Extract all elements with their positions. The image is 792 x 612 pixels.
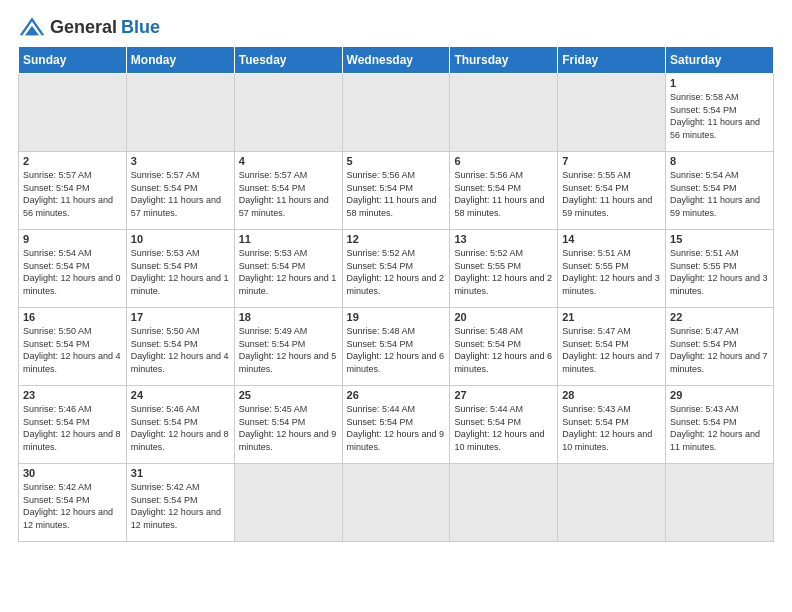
day-number: 10 bbox=[131, 233, 230, 245]
day-cell bbox=[666, 464, 774, 542]
day-info: Sunrise: 5:56 AMSunset: 5:54 PMDaylight:… bbox=[347, 169, 446, 219]
weekday-header-saturday: Saturday bbox=[666, 47, 774, 74]
day-info: Sunrise: 5:45 AMSunset: 5:54 PMDaylight:… bbox=[239, 403, 338, 453]
week-row-5: 23Sunrise: 5:46 AMSunset: 5:54 PMDayligh… bbox=[19, 386, 774, 464]
week-row-2: 2Sunrise: 5:57 AMSunset: 5:54 PMDaylight… bbox=[19, 152, 774, 230]
day-number: 5 bbox=[347, 155, 446, 167]
day-cell bbox=[126, 74, 234, 152]
day-info: Sunrise: 5:44 AMSunset: 5:54 PMDaylight:… bbox=[347, 403, 446, 453]
day-number: 24 bbox=[131, 389, 230, 401]
day-number: 31 bbox=[131, 467, 230, 479]
day-number: 3 bbox=[131, 155, 230, 167]
header: General Blue bbox=[18, 16, 774, 38]
day-info: Sunrise: 5:55 AMSunset: 5:54 PMDaylight:… bbox=[562, 169, 661, 219]
weekday-header-wednesday: Wednesday bbox=[342, 47, 450, 74]
day-cell: 6Sunrise: 5:56 AMSunset: 5:54 PMDaylight… bbox=[450, 152, 558, 230]
day-cell: 23Sunrise: 5:46 AMSunset: 5:54 PMDayligh… bbox=[19, 386, 127, 464]
logo: General Blue bbox=[18, 16, 160, 38]
weekday-header-row: SundayMondayTuesdayWednesdayThursdayFrid… bbox=[19, 47, 774, 74]
day-number: 1 bbox=[670, 77, 769, 89]
day-info: Sunrise: 5:48 AMSunset: 5:54 PMDaylight:… bbox=[454, 325, 553, 375]
day-info: Sunrise: 5:57 AMSunset: 5:54 PMDaylight:… bbox=[239, 169, 338, 219]
day-cell: 19Sunrise: 5:48 AMSunset: 5:54 PMDayligh… bbox=[342, 308, 450, 386]
day-cell: 30Sunrise: 5:42 AMSunset: 5:54 PMDayligh… bbox=[19, 464, 127, 542]
week-row-3: 9Sunrise: 5:54 AMSunset: 5:54 PMDaylight… bbox=[19, 230, 774, 308]
day-number: 19 bbox=[347, 311, 446, 323]
day-info: Sunrise: 5:42 AMSunset: 5:54 PMDaylight:… bbox=[23, 481, 122, 531]
day-cell: 11Sunrise: 5:53 AMSunset: 5:54 PMDayligh… bbox=[234, 230, 342, 308]
week-row-4: 16Sunrise: 5:50 AMSunset: 5:54 PMDayligh… bbox=[19, 308, 774, 386]
logo-icon bbox=[18, 16, 46, 38]
day-number: 12 bbox=[347, 233, 446, 245]
day-cell: 27Sunrise: 5:44 AMSunset: 5:54 PMDayligh… bbox=[450, 386, 558, 464]
day-info: Sunrise: 5:51 AMSunset: 5:55 PMDaylight:… bbox=[670, 247, 769, 297]
day-cell: 17Sunrise: 5:50 AMSunset: 5:54 PMDayligh… bbox=[126, 308, 234, 386]
day-info: Sunrise: 5:44 AMSunset: 5:54 PMDaylight:… bbox=[454, 403, 553, 453]
day-cell bbox=[234, 74, 342, 152]
week-row-1: 1Sunrise: 5:58 AMSunset: 5:54 PMDaylight… bbox=[19, 74, 774, 152]
day-cell: 4Sunrise: 5:57 AMSunset: 5:54 PMDaylight… bbox=[234, 152, 342, 230]
day-cell: 15Sunrise: 5:51 AMSunset: 5:55 PMDayligh… bbox=[666, 230, 774, 308]
day-cell bbox=[234, 464, 342, 542]
weekday-header-friday: Friday bbox=[558, 47, 666, 74]
page: General Blue SundayMondayTuesdayWednesda… bbox=[0, 0, 792, 612]
day-info: Sunrise: 5:50 AMSunset: 5:54 PMDaylight:… bbox=[131, 325, 230, 375]
calendar: SundayMondayTuesdayWednesdayThursdayFrid… bbox=[18, 46, 774, 542]
day-number: 9 bbox=[23, 233, 122, 245]
day-info: Sunrise: 5:56 AMSunset: 5:54 PMDaylight:… bbox=[454, 169, 553, 219]
day-number: 28 bbox=[562, 389, 661, 401]
day-number: 27 bbox=[454, 389, 553, 401]
day-cell bbox=[450, 74, 558, 152]
day-number: 23 bbox=[23, 389, 122, 401]
day-cell: 16Sunrise: 5:50 AMSunset: 5:54 PMDayligh… bbox=[19, 308, 127, 386]
day-cell: 26Sunrise: 5:44 AMSunset: 5:54 PMDayligh… bbox=[342, 386, 450, 464]
day-number: 16 bbox=[23, 311, 122, 323]
day-cell: 18Sunrise: 5:49 AMSunset: 5:54 PMDayligh… bbox=[234, 308, 342, 386]
day-number: 21 bbox=[562, 311, 661, 323]
day-cell: 9Sunrise: 5:54 AMSunset: 5:54 PMDaylight… bbox=[19, 230, 127, 308]
day-cell: 21Sunrise: 5:47 AMSunset: 5:54 PMDayligh… bbox=[558, 308, 666, 386]
day-info: Sunrise: 5:52 AMSunset: 5:54 PMDaylight:… bbox=[347, 247, 446, 297]
day-info: Sunrise: 5:50 AMSunset: 5:54 PMDaylight:… bbox=[23, 325, 122, 375]
day-cell: 1Sunrise: 5:58 AMSunset: 5:54 PMDaylight… bbox=[666, 74, 774, 152]
day-cell bbox=[19, 74, 127, 152]
day-number: 11 bbox=[239, 233, 338, 245]
day-cell: 29Sunrise: 5:43 AMSunset: 5:54 PMDayligh… bbox=[666, 386, 774, 464]
day-number: 7 bbox=[562, 155, 661, 167]
day-info: Sunrise: 5:46 AMSunset: 5:54 PMDaylight:… bbox=[131, 403, 230, 453]
day-info: Sunrise: 5:53 AMSunset: 5:54 PMDaylight:… bbox=[131, 247, 230, 297]
day-number: 4 bbox=[239, 155, 338, 167]
logo-general: General bbox=[50, 17, 117, 38]
day-number: 14 bbox=[562, 233, 661, 245]
day-number: 29 bbox=[670, 389, 769, 401]
day-info: Sunrise: 5:54 AMSunset: 5:54 PMDaylight:… bbox=[670, 169, 769, 219]
day-cell bbox=[558, 74, 666, 152]
day-cell bbox=[342, 464, 450, 542]
day-info: Sunrise: 5:43 AMSunset: 5:54 PMDaylight:… bbox=[670, 403, 769, 453]
day-cell: 20Sunrise: 5:48 AMSunset: 5:54 PMDayligh… bbox=[450, 308, 558, 386]
day-cell: 28Sunrise: 5:43 AMSunset: 5:54 PMDayligh… bbox=[558, 386, 666, 464]
day-number: 30 bbox=[23, 467, 122, 479]
week-row-6: 30Sunrise: 5:42 AMSunset: 5:54 PMDayligh… bbox=[19, 464, 774, 542]
day-info: Sunrise: 5:54 AMSunset: 5:54 PMDaylight:… bbox=[23, 247, 122, 297]
day-number: 15 bbox=[670, 233, 769, 245]
day-cell: 25Sunrise: 5:45 AMSunset: 5:54 PMDayligh… bbox=[234, 386, 342, 464]
day-cell: 10Sunrise: 5:53 AMSunset: 5:54 PMDayligh… bbox=[126, 230, 234, 308]
weekday-header-monday: Monday bbox=[126, 47, 234, 74]
day-number: 22 bbox=[670, 311, 769, 323]
day-number: 26 bbox=[347, 389, 446, 401]
day-cell: 12Sunrise: 5:52 AMSunset: 5:54 PMDayligh… bbox=[342, 230, 450, 308]
day-info: Sunrise: 5:51 AMSunset: 5:55 PMDaylight:… bbox=[562, 247, 661, 297]
day-info: Sunrise: 5:52 AMSunset: 5:55 PMDaylight:… bbox=[454, 247, 553, 297]
day-number: 25 bbox=[239, 389, 338, 401]
logo-area: General Blue bbox=[18, 16, 160, 38]
day-info: Sunrise: 5:47 AMSunset: 5:54 PMDaylight:… bbox=[562, 325, 661, 375]
day-cell: 7Sunrise: 5:55 AMSunset: 5:54 PMDaylight… bbox=[558, 152, 666, 230]
day-number: 6 bbox=[454, 155, 553, 167]
day-cell: 22Sunrise: 5:47 AMSunset: 5:54 PMDayligh… bbox=[666, 308, 774, 386]
day-number: 2 bbox=[23, 155, 122, 167]
day-info: Sunrise: 5:46 AMSunset: 5:54 PMDaylight:… bbox=[23, 403, 122, 453]
day-info: Sunrise: 5:48 AMSunset: 5:54 PMDaylight:… bbox=[347, 325, 446, 375]
day-number: 8 bbox=[670, 155, 769, 167]
day-info: Sunrise: 5:57 AMSunset: 5:54 PMDaylight:… bbox=[23, 169, 122, 219]
